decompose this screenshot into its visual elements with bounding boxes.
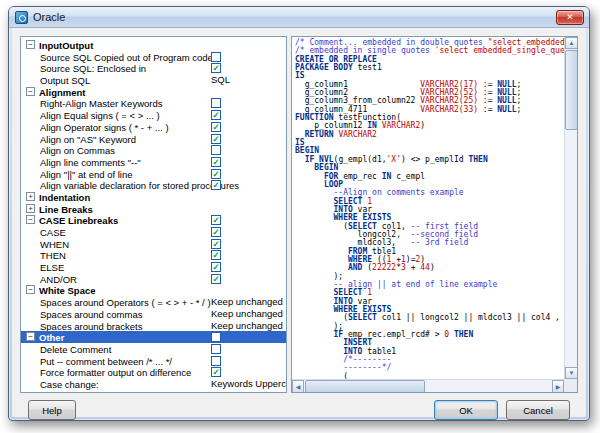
checkbox-unchecked[interactable] [211, 52, 221, 62]
checkbox-unchecked[interactable] [211, 344, 221, 354]
tree-group-row[interactable]: −InputOutput [21, 39, 286, 51]
tree-item-row[interactable]: Source SQL: Enclosed in✓ [21, 62, 286, 74]
tree-row-label: Align Operator signs ( * - + ... ) [40, 121, 169, 132]
option-value[interactable]: Keep unchanged [211, 320, 283, 332]
tree-item-row[interactable]: Source SQL Copied out of Program code [21, 51, 286, 63]
tree-row-label: WHEN [40, 238, 69, 249]
tree-row-label: Delete Comment [40, 344, 111, 355]
tree-row-label: AND/OR [40, 273, 77, 284]
tree-item-row[interactable]: ELSE✓ [21, 261, 286, 273]
scroll-up-button[interactable]: ▲ [565, 37, 578, 49]
expand-icon[interactable]: + [26, 192, 35, 201]
tree-item-row[interactable]: Output SQLSQL [21, 74, 286, 86]
tree-group-row[interactable]: +Line Breaks [21, 203, 286, 215]
tree-group-row[interactable]: −CASE Linebreaks✓ [21, 214, 286, 226]
tree-row-label: Source SQL: Enclosed in [40, 63, 146, 74]
checkbox-unchecked[interactable] [211, 332, 221, 342]
tree-item-row[interactable]: Spaces around Operators ( = < > + - * / … [21, 296, 286, 308]
tree-item-row[interactable]: Align Operator signs ( * - + ... )✓ [21, 121, 286, 133]
tree-row-label: Indentation [39, 192, 90, 203]
checkbox-unchecked[interactable] [211, 356, 221, 366]
tree-row-label: Right-Align Master Keywords [40, 98, 163, 109]
close-icon: ✕ [566, 12, 574, 22]
checkbox-checked[interactable]: ✓ [211, 110, 221, 120]
dialog-content: −InputOutputSource SQL Copied out of Pro… [12, 28, 586, 417]
tree-row-label: Align Equal signs ( = < > ... ) [40, 110, 160, 121]
scroll-down-button[interactable]: ▼ [565, 367, 578, 379]
collapse-icon[interactable]: − [26, 285, 35, 294]
tree-item-row[interactable]: THEN✓ [21, 249, 286, 261]
window-title: Oracle [33, 11, 65, 23]
scroll-left-button[interactable]: ◀ [292, 380, 304, 393]
code-line: RETURN VARCHAR2 [295, 131, 564, 139]
checkbox-unchecked[interactable] [211, 98, 221, 108]
tree-item-row[interactable]: Align line comments "--"✓ [21, 156, 286, 168]
horizontal-scroll-thumb[interactable] [305, 380, 425, 393]
horizontal-scrollbar[interactable]: ◀ ▶ [292, 379, 564, 392]
collapse-icon[interactable]: − [26, 87, 35, 96]
tree-row-label: White Space [39, 285, 96, 296]
ok-button[interactable]: OK [434, 400, 498, 420]
tree-row-label: Put -- comment between /* ... */ [40, 355, 172, 366]
tree-item-row[interactable]: Align on "AS" Keyword✓ [21, 133, 286, 145]
tree-group-row[interactable]: −Other [21, 331, 286, 343]
expand-icon[interactable]: + [26, 204, 35, 213]
tree-item-row[interactable]: WHEN✓ [21, 238, 286, 250]
tree-item-row[interactable]: CASE✓ [21, 226, 286, 238]
close-button[interactable]: ✕ [556, 10, 584, 25]
checkbox-checked[interactable]: ✓ [211, 367, 221, 377]
tree-item-row[interactable]: Put -- comment between /* ... */ [21, 355, 286, 367]
tree-group-row[interactable]: −Alignment [21, 86, 286, 98]
option-value[interactable]: Keep unchanged [211, 308, 283, 320]
checkbox-checked[interactable]: ✓ [211, 157, 221, 167]
tree-item-row[interactable]: Right-Align Master Keywords [21, 97, 286, 109]
checkbox-checked[interactable]: ✓ [211, 134, 221, 144]
tree-item-row[interactable]: Align on Commas [21, 144, 286, 156]
option-value[interactable]: SQL [211, 74, 230, 86]
arrow-down-icon: ▼ [569, 370, 575, 376]
tree-item-row[interactable]: Spaces around commasKeep unchanged [21, 308, 286, 320]
tree-item-row[interactable]: Align Equal signs ( = < > ... )✓ [21, 109, 286, 121]
collapse-icon[interactable]: − [26, 40, 35, 49]
tree-item-row[interactable]: AND/OR✓ [21, 273, 286, 285]
cancel-button[interactable]: Cancel [506, 400, 570, 420]
checkbox-checked[interactable]: ✓ [211, 239, 221, 249]
tree-row-label: Align line comments "--" [40, 157, 141, 168]
checkbox-checked[interactable]: ✓ [211, 122, 221, 132]
tree-row-label: Output SQL [40, 75, 90, 86]
checkbox-unchecked[interactable] [211, 145, 221, 155]
tree-row-label: Alignment [39, 86, 85, 97]
button-row: Help OK Cancel [20, 400, 578, 426]
tree-group-row[interactable]: −White Space [21, 284, 286, 296]
collapse-icon[interactable]: − [26, 332, 35, 341]
tree-row-label: Other [39, 332, 64, 343]
checkbox-checked[interactable]: ✓ [211, 180, 221, 190]
checkbox-checked[interactable]: ✓ [211, 215, 221, 225]
tree-item-row[interactable]: Case change:Keywords Uppercase [21, 378, 286, 390]
arrow-up-icon: ▲ [569, 40, 575, 46]
scroll-right-button[interactable]: ▶ [552, 380, 564, 393]
checkbox-checked[interactable]: ✓ [211, 262, 221, 272]
checkbox-checked[interactable]: ✓ [211, 169, 221, 179]
panels-row: −InputOutputSource SQL Copied out of Pro… [20, 36, 578, 393]
help-button[interactable]: Help [28, 400, 76, 420]
tree-item-row[interactable]: Align variable declaration for stored pr… [21, 179, 286, 191]
option-value[interactable]: Keep unchanged [211, 296, 283, 308]
vertical-scroll-thumb[interactable] [565, 50, 578, 130]
title-bar[interactable]: Oracle ✕ [9, 7, 589, 28]
checkbox-checked[interactable]: ✓ [211, 274, 221, 284]
tree-row-label: Spaces around commas [40, 308, 142, 319]
tree-item-row[interactable]: Force formatter output on difference✓ [21, 366, 286, 378]
tree-row-label: Force formatter output on difference [40, 367, 191, 378]
vertical-scrollbar[interactable]: ▲ ▼ [564, 37, 577, 379]
checkbox-checked[interactable]: ✓ [211, 250, 221, 260]
arrow-right-icon: ▶ [556, 384, 561, 390]
tree-group-row[interactable]: +Indentation [21, 191, 286, 203]
tree-item-row[interactable]: Align "||" at end of line✓ [21, 168, 286, 180]
collapse-icon[interactable]: − [26, 215, 35, 224]
checkbox-checked[interactable]: ✓ [211, 63, 221, 73]
checkbox-checked[interactable]: ✓ [211, 227, 221, 237]
option-value[interactable]: Keywords Uppercase [211, 378, 287, 390]
tree-item-row[interactable]: Spaces around bracketsKeep unchanged [21, 320, 286, 332]
tree-item-row[interactable]: Delete Comment [21, 343, 286, 355]
